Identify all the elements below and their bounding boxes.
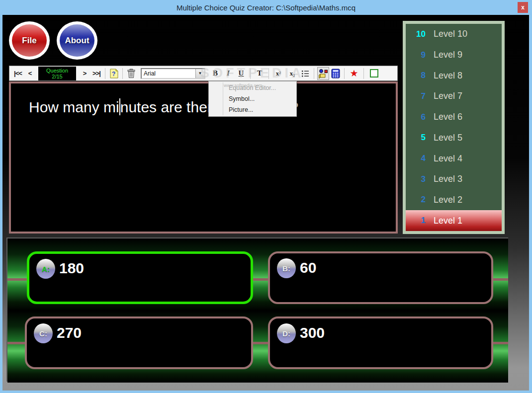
level-number: 5 — [406, 133, 426, 143]
answer-letter-orb: C: — [34, 323, 53, 343]
menu-item-picture[interactable]: Picture... — [209, 104, 296, 115]
question-editor[interactable]: How many minutes are there in 3 hours? — [9, 81, 398, 234]
level-row-1-selected[interactable]: 1 Level 1 — [406, 210, 502, 231]
insert-object-button[interactable] — [317, 67, 329, 80]
level-label: Level 2 — [434, 195, 462, 205]
first-icon: |<< — [14, 70, 22, 77]
close-button[interactable]: x — [518, 2, 528, 13]
font-select[interactable]: Arial ▼ — [141, 68, 205, 79]
level-number: 4 — [406, 154, 426, 163]
last-icon: >>| — [92, 70, 100, 77]
bullet-list-button[interactable] — [300, 67, 311, 80]
calculator-icon — [331, 69, 340, 79]
delete-question-button[interactable] — [126, 67, 137, 80]
insert-object-icon — [318, 69, 329, 79]
answer-letter: B: — [282, 264, 290, 273]
calculator-button[interactable] — [330, 67, 341, 80]
level-label: Level 1 — [434, 216, 462, 226]
last-question-button[interactable]: >>| — [91, 67, 102, 80]
bold-button[interactable]: B — [209, 67, 221, 80]
answer-value: 180 — [59, 260, 84, 277]
answer-letter: C: — [39, 329, 47, 338]
green-square-button[interactable] — [370, 69, 378, 78]
level-number: 9 — [406, 50, 426, 60]
answer-letter: D: — [282, 329, 290, 338]
level-label: Level 3 — [434, 174, 462, 184]
toolbar-separator — [363, 68, 364, 79]
font-select-value: Arial — [142, 70, 195, 77]
answer-value: 300 — [300, 324, 325, 341]
subscript-button[interactable]: x₂ — [286, 67, 299, 80]
level-number: 8 — [406, 71, 426, 80]
level-row-9[interactable]: 9 Level 9 — [406, 45, 502, 66]
toolbar-separator — [268, 68, 269, 79]
new-question-button[interactable]: ? — [108, 67, 119, 80]
level-number: 10 — [406, 29, 426, 39]
subscript-icon: x₂ — [290, 70, 295, 78]
bullet-list-icon — [301, 70, 309, 77]
level-row-3[interactable]: 3 Level 3 — [406, 169, 502, 190]
answer-letter: A: — [42, 265, 50, 273]
file-button[interactable]: File — [9, 21, 50, 60]
question-counter-label: Question — [46, 68, 68, 74]
font-dialog-button[interactable]: T — [254, 67, 266, 80]
question-toolbar: |<< < Question 2/15 > >>| ? — [9, 66, 398, 81]
chevron-down-icon[interactable]: ▼ — [195, 69, 204, 78]
level-row-8[interactable]: 8 Level 8 — [406, 65, 502, 86]
svg-text:?: ? — [112, 71, 115, 78]
level-label: Level 10 — [434, 29, 467, 39]
next-icon: > — [83, 70, 87, 77]
answer-a-box[interactable]: A: 180 — [27, 251, 253, 304]
menu-item-equation-editor: Equation Editor... — [209, 82, 296, 93]
toolbar-separator — [314, 68, 314, 79]
new-question-icon: ? — [109, 69, 118, 79]
level-row-7[interactable]: 7 Level 7 — [406, 86, 502, 107]
answer-c-box[interactable]: C: 270 — [25, 316, 253, 369]
level-row-6[interactable]: 6 Level 6 — [406, 107, 502, 128]
font-dialog-icon: T — [257, 69, 262, 78]
level-row-10[interactable]: 10 Level 10 — [406, 24, 502, 45]
answer-value: 60 — [300, 259, 316, 276]
next-question-button[interactable]: > — [79, 67, 90, 80]
level-row-2[interactable]: 2 Level 2 — [406, 190, 502, 211]
question-counter: Question 2/15 — [38, 67, 76, 80]
favorite-button[interactable]: ★ — [348, 67, 360, 80]
level-number: 2 — [406, 195, 426, 205]
answer-b-box[interactable]: B: 60 — [268, 251, 493, 304]
italic-button[interactable]: I — [222, 67, 234, 80]
answer-value: 270 — [57, 324, 82, 341]
menu-gutter — [223, 82, 223, 115]
toolbar-separator — [344, 68, 345, 79]
answer-letter-orb: B: — [277, 258, 296, 278]
toolbar-separator — [250, 68, 251, 79]
insert-menu: www.softpedia.com Equation Editor... Sym… — [208, 81, 297, 117]
answer-row: C: 270 D: 300 — [7, 311, 508, 383]
level-label: Level 5 — [434, 133, 462, 143]
superscript-icon: x² — [276, 70, 281, 78]
answer-row: A: 180 B: 60 — [7, 238, 508, 311]
first-question-button[interactable]: |<< — [12, 67, 23, 80]
level-label: Level 6 — [434, 112, 462, 122]
underline-button[interactable]: U — [235, 67, 247, 80]
level-number: 3 — [406, 174, 426, 184]
toolbar-separator — [122, 68, 123, 79]
level-number: 1 — [406, 216, 426, 226]
level-label: Level 9 — [434, 50, 462, 60]
level-row-4[interactable]: 4 Level 4 — [406, 148, 502, 169]
about-button[interactable]: About — [57, 21, 97, 60]
close-icon: x — [521, 4, 525, 11]
window-title: Multiple Choice Quiz Creator: C:\Softped… — [177, 3, 355, 12]
about-button-label: About — [65, 36, 89, 46]
level-row-5[interactable]: 5 Level 5 — [406, 128, 502, 149]
toolbar-separator — [105, 68, 105, 79]
answer-d-box[interactable]: D: 300 — [268, 316, 493, 369]
answer-letter-orb: A: — [36, 259, 55, 279]
level-ladder: 10 Level 10 9 Level 9 8 Level 8 7 Level … — [403, 21, 505, 234]
answers-panel: A: 180 B: 60 C: 270 — [6, 237, 508, 382]
superscript-button[interactable]: x² — [272, 67, 285, 80]
question-counter-value: 2/15 — [52, 74, 62, 79]
question-text: How many mi — [29, 99, 119, 115]
bold-icon: B — [213, 69, 218, 78]
previous-question-button[interactable]: < — [24, 67, 35, 80]
menu-item-symbol[interactable]: Symbol... — [209, 93, 296, 104]
